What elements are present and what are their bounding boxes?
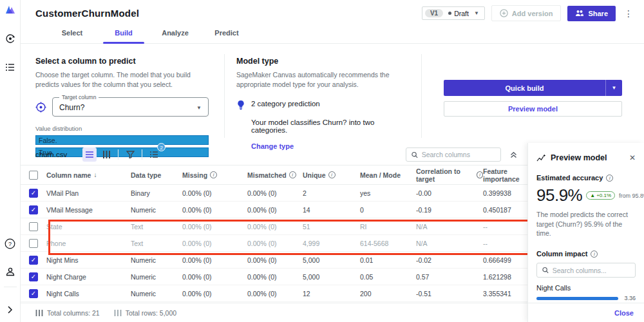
cell-mismatched: 0.00% (0)	[247, 256, 303, 264]
version-status: Draft	[454, 10, 469, 17]
cell-mean-mode: 0	[360, 206, 416, 214]
cell-data-type: Numeric	[131, 290, 182, 298]
app-sidebar: ?	[0, 0, 21, 322]
impact-bar	[536, 297, 618, 300]
preview-panel-footer: Close	[527, 303, 644, 322]
cell-mismatched: 0.00% (0)	[247, 273, 303, 281]
tab-select[interactable]: Select	[46, 26, 98, 43]
target-column-value: Churn?	[59, 103, 84, 112]
info-icon[interactable]: i	[477, 171, 483, 178]
cell-unique: 5,000	[303, 256, 360, 264]
target-column-dropdown[interactable]: Target column Churn? ▼	[52, 97, 209, 117]
table-row: StateText0.00% (0)0.00% (0)51RIN/A--	[21, 218, 527, 235]
cell-feature-importance: 3.355341	[483, 290, 527, 298]
cell-mean-mode: 0.01	[360, 256, 416, 264]
row-checkbox[interactable]: ✓	[29, 189, 38, 198]
help-icon[interactable]: ?	[5, 238, 16, 249]
columns-search-input[interactable]	[422, 151, 495, 158]
cell-data-type: Binary	[131, 189, 182, 197]
row-checkbox[interactable]	[29, 222, 38, 231]
cell-mean-mode: 0.05	[360, 273, 416, 281]
grid-view-icon[interactable]	[99, 147, 113, 162]
collapse-panel-icon[interactable]	[510, 151, 517, 158]
estimated-accuracy-value: 95.9%	[536, 185, 582, 205]
cell-data-type: Numeric	[131, 273, 182, 281]
more-actions-kebab-icon[interactable]: ⋮	[622, 8, 635, 19]
sagemaker-canvas-logo-icon[interactable]	[5, 5, 16, 16]
cell-correlation: -0.02	[416, 256, 483, 264]
add-version-button[interactable]: Add version	[491, 5, 562, 21]
cell-correlation: -0.51	[416, 290, 483, 298]
search-icon	[412, 151, 418, 158]
row-checkbox[interactable]: ✓	[29, 256, 38, 265]
row-checkbox[interactable]: ✓	[29, 272, 38, 281]
search-icon	[542, 267, 549, 274]
info-icon[interactable]: i	[591, 251, 598, 258]
chevron-down-icon: ▼	[474, 10, 479, 16]
select-all-checkbox[interactable]	[29, 171, 38, 180]
preview-model-panel: Preview model ✕ Estimated accuracyi 95.9…	[527, 143, 644, 322]
lightbulb-icon	[236, 100, 245, 110]
version-selector[interactable]: V1 Draft ▼	[422, 6, 485, 20]
columns-search[interactable]	[406, 147, 501, 162]
selected-columns-icon[interactable]: 2	[147, 147, 161, 162]
close-preview-link[interactable]: Close	[614, 309, 634, 317]
quick-build-dropdown-caret-icon[interactable]: ▼	[605, 80, 622, 96]
tab-analyze[interactable]: Analyze	[149, 26, 201, 43]
cell-correlation: 0.57	[416, 273, 483, 281]
cell-name: State	[46, 223, 131, 231]
close-icon[interactable]: ✕	[629, 153, 636, 162]
cell-missing: 0.00% (0)	[182, 189, 247, 197]
share-button[interactable]: Share	[567, 6, 616, 21]
model-type-panel: Model type SageMaker Canvas automaticall…	[225, 52, 421, 144]
total-rows-stat: Total rows: 5,000	[114, 309, 176, 317]
info-icon[interactable]: i	[289, 171, 296, 178]
models-nav-icon[interactable]	[5, 33, 16, 44]
table-row: PhoneText0.00% (0)0.00% (0)4,999614-5668…	[21, 235, 527, 252]
impact-search[interactable]	[536, 263, 636, 278]
cell-mismatched: 0.00% (0)	[247, 240, 303, 247]
cell-unique: 4,999	[303, 240, 360, 247]
cell-name: VMail Plan	[46, 189, 131, 197]
cell-missing: 0.00% (0)	[182, 256, 247, 264]
value-distribution-label: Value distribution	[35, 125, 209, 132]
cell-missing: 0.00% (0)	[182, 206, 247, 214]
impact-value: 3.36	[623, 295, 636, 301]
row-checkbox[interactable]: ✓	[29, 205, 38, 214]
table-row: ✓Night MinsNumeric0.00% (0)0.00% (0)5,00…	[21, 252, 527, 269]
cell-mismatched: 0.00% (0)	[247, 290, 303, 298]
datasets-nav-icon[interactable]	[5, 61, 16, 73]
cell-feature-importance: --	[483, 223, 527, 231]
row-checkbox[interactable]	[29, 239, 38, 248]
cell-feature-importance: 0.666499	[483, 256, 527, 264]
target-panel-title: Select a column to predict	[35, 57, 209, 66]
sort-descending-icon[interactable]: ↓	[93, 171, 97, 178]
list-view-icon[interactable]	[82, 147, 97, 162]
info-icon[interactable]: i	[328, 171, 336, 178]
expand-sidebar-chevron-icon[interactable]	[5, 304, 16, 316]
info-icon[interactable]: i	[210, 171, 217, 178]
impact-column-name: Night Calls	[536, 284, 636, 292]
quick-build-button[interactable]: Quick build ▼	[444, 80, 622, 96]
cell-name: Night Mins	[46, 256, 131, 264]
table-footer: Total columns: 21 Total rows: 5,000	[21, 303, 528, 322]
account-icon[interactable]	[5, 266, 16, 278]
preview-sparkline-icon	[536, 154, 546, 162]
impact-search-input[interactable]	[553, 267, 630, 274]
people-icon	[575, 10, 584, 17]
svg-text:?: ?	[8, 241, 12, 247]
cell-missing: 0.00% (0)	[182, 223, 247, 231]
cell-feature-importance: 1.621298	[483, 273, 527, 281]
cell-mean-mode: RI	[360, 223, 416, 231]
preview-model-button[interactable]: Preview model	[444, 101, 622, 117]
cell-data-type: Text	[131, 240, 182, 247]
row-checkbox[interactable]: ✓	[29, 289, 38, 298]
cell-unique: 12	[303, 290, 360, 298]
tab-build[interactable]: Build	[98, 26, 149, 43]
top-bar: CustomerChurnModel V1 Draft ▼ Add versio…	[21, 0, 644, 26]
info-icon[interactable]: i	[606, 175, 613, 182]
tab-predict[interactable]: Predict	[201, 26, 252, 43]
columns-count-icon	[35, 310, 43, 316]
filter-icon[interactable]	[123, 147, 137, 162]
cell-unique: 14	[303, 206, 360, 214]
